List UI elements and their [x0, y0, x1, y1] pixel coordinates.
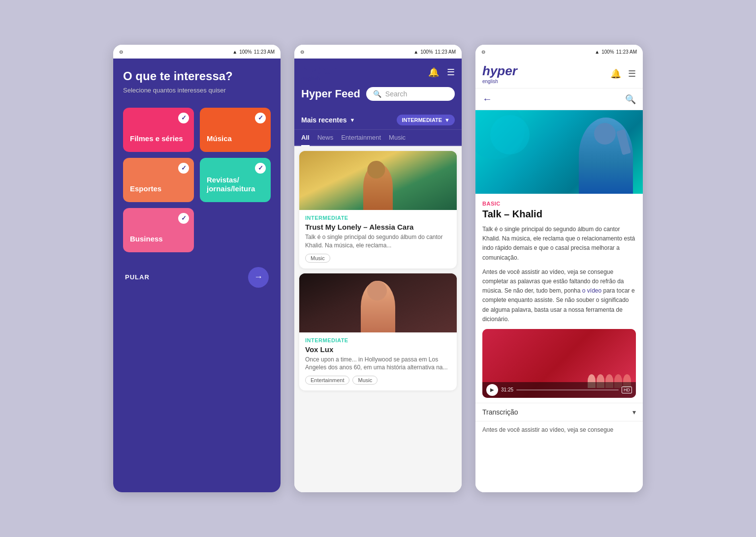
- phone3-nav: hyper english 🔔 ☰: [482, 63, 636, 84]
- nav-icons: 🔔 ☰: [428, 67, 455, 78]
- wifi-icon-2: ▲: [413, 49, 418, 55]
- logo3-hyper: hyper: [482, 63, 517, 79]
- check-icon-esportes: ✓: [178, 163, 189, 174]
- search-button-3[interactable]: 🔍: [625, 94, 636, 105]
- battery-2: 100%: [420, 49, 433, 55]
- video-hd-badge: HD: [622, 387, 632, 393]
- feed-title: Hyper Feed: [301, 88, 360, 100]
- menu-icon-3[interactable]: ☰: [628, 68, 636, 79]
- next-button[interactable]: →: [248, 267, 269, 288]
- video-duration: 31:25: [501, 387, 513, 392]
- bell-icon[interactable]: 🔔: [428, 67, 439, 78]
- interest-card-esportes[interactable]: ✓ Esportes: [123, 158, 194, 202]
- status-bar-3: ⊖ ▲ 100% 11:23 AM: [475, 45, 643, 59]
- status-right-2: ▲ 100% 11:23 AM: [413, 49, 456, 55]
- battery-3: 100%: [601, 49, 614, 55]
- level-badge-text: INTERMEDIATE: [402, 117, 442, 123]
- tabs-bar: All News Entertainment Music: [294, 130, 462, 146]
- feed-level-2: INTERMEDIATE: [305, 337, 451, 343]
- tag-music-1[interactable]: Music: [305, 254, 330, 263]
- phone2-nav: hyper english 🔔 ☰: [301, 63, 455, 81]
- tag-entertainment-2[interactable]: Entertainment: [305, 376, 349, 385]
- feed-card-desc-2: Once upon a time... in Hollywood se pass…: [305, 356, 451, 372]
- tab-music[interactable]: Music: [389, 130, 406, 145]
- phone3-article: BASIC Talk – Khalid Talk é o single prin…: [475, 194, 643, 324]
- wifi-icon-3: ▲: [595, 49, 599, 55]
- interest-grid: ✓ Filmes e séries ✓ Música ✓ Esportes ✓ …: [123, 108, 271, 202]
- bell-icon-3[interactable]: 🔔: [610, 68, 621, 79]
- article-title: Talk – Khalid: [482, 209, 636, 220]
- article-hero-image: [475, 110, 643, 194]
- feed-card-desc-1: Talk é o single principal do segundo álb…: [305, 233, 451, 250]
- status-right-1: ▲ 100% 11:23 AM: [232, 49, 275, 55]
- phone3-nav-icons: 🔔 ☰: [610, 68, 636, 79]
- filter-mais-recentes[interactable]: Mais recentes ▼: [301, 116, 355, 124]
- phone1-footer: PULAR →: [123, 267, 271, 288]
- feed-card-img-2: [299, 273, 457, 332]
- phone3-header: hyper english 🔔 ☰: [475, 59, 643, 89]
- tab-all[interactable]: All: [301, 130, 310, 146]
- feed-tags-1: Music: [305, 254, 451, 263]
- article-body-2: Antes de você assistir ao vídeo, veja se…: [482, 268, 636, 324]
- feed-card-1[interactable]: INTERMEDIATE Trust My Lonely – Alessia C…: [299, 151, 457, 268]
- article-body-bottom: Antes de você assistir ao vídeo, veja se…: [475, 421, 643, 434]
- search-placeholder-text: Search: [385, 90, 407, 98]
- interest-card-musica[interactable]: ✓ Música: [200, 108, 271, 152]
- video-progress-bar[interactable]: [516, 389, 619, 390]
- feed-card-body-1: INTERMEDIATE Trust My Lonely – Alessia C…: [299, 210, 457, 268]
- filter-label: Mais recentes: [301, 116, 347, 124]
- status-bar-1: ⊖ ▲ 100% 11:23 AM: [113, 45, 281, 59]
- video-controls: ▶ 31:25 HD: [482, 382, 636, 398]
- phone-3: ⊖ ▲ 100% 11:23 AM hyper english 🔔 ☰ ← 🔍: [475, 45, 643, 492]
- check-icon-business: ✓: [178, 213, 189, 224]
- time-3: 11:23 AM: [616, 49, 637, 55]
- menu-icon[interactable]: ☰: [447, 67, 455, 78]
- level-badge[interactable]: INTERMEDIATE ▼: [397, 115, 455, 125]
- interest-card-revistas[interactable]: ✓ Revistas/ jornais/leitura: [200, 158, 271, 202]
- feed-card-2[interactable]: INTERMEDIATE Vox Lux Once upon a time...…: [299, 273, 457, 391]
- phone2-content: INTERMEDIATE Trust My Lonely – Alessia C…: [294, 146, 462, 492]
- interest-label-filmes: Filmes e séries: [130, 134, 183, 143]
- check-icon-filmes: ✓: [178, 113, 189, 123]
- video-player[interactable]: ▶ 31:25 HD: [482, 329, 636, 398]
- phone3-logo: hyper english: [482, 63, 517, 84]
- tab-entertainment[interactable]: Entertainment: [341, 130, 381, 145]
- chevron-down-icon: ▾: [632, 408, 636, 416]
- skip-button[interactable]: PULAR: [125, 273, 150, 281]
- page-subtitle-1: Selecione quantos interesses quiser: [123, 87, 271, 94]
- transcricao-label: Transcrição: [482, 408, 518, 416]
- back-button[interactable]: ←: [482, 93, 492, 105]
- status-signal-1: ⊖: [119, 49, 123, 55]
- feed-card-title-1: Trust My Lonely – Alessia Cara: [305, 223, 451, 231]
- interest-card-filmes[interactable]: ✓ Filmes e séries: [123, 108, 194, 152]
- article-body-1: Talk é o single principal do segundo álb…: [482, 225, 636, 263]
- interest-card-business[interactable]: ✓ Business: [123, 208, 194, 252]
- search-icon: 🔍: [373, 90, 381, 98]
- battery-1: 100%: [239, 49, 252, 55]
- wifi-icon-1: ▲: [232, 49, 237, 55]
- interest-label-revistas: Revistas/ jornais/leitura: [207, 176, 264, 193]
- status-bar-2: ⊖ ▲ 100% 11:23 AM: [294, 45, 462, 59]
- transcricao-section[interactable]: Transcrição ▾: [475, 403, 643, 421]
- tab-news[interactable]: News: [317, 130, 334, 145]
- interest-label-esportes: Esportes: [130, 184, 161, 193]
- logo3-english: english: [482, 79, 517, 84]
- interest-label-musica: Música: [207, 134, 232, 143]
- video-link[interactable]: o vídeo: [582, 287, 601, 294]
- phone3-content: BASIC Talk – Khalid Talk é o single prin…: [475, 110, 643, 492]
- feed-level-1: INTERMEDIATE: [305, 215, 451, 221]
- search-box[interactable]: 🔍 Search: [366, 87, 455, 101]
- time-2: 11:23 AM: [435, 49, 456, 55]
- feed-card-img-1: [299, 151, 457, 210]
- feed-card-title-2: Vox Lux: [305, 345, 451, 354]
- filter-row: Mais recentes ▼ INTERMEDIATE ▼: [294, 111, 462, 130]
- time-1: 11:23 AM: [254, 49, 275, 55]
- play-button[interactable]: ▶: [486, 384, 498, 396]
- logo-hyper-text: hyper: [301, 63, 336, 76]
- status-right-3: ▲ 100% 11:23 AM: [595, 49, 637, 55]
- phone3-toolbar: ← 🔍: [475, 89, 643, 110]
- interest-label-business: Business: [130, 235, 163, 243]
- tag-music-2[interactable]: Music: [352, 376, 378, 385]
- article-level: BASIC: [482, 201, 636, 207]
- status-signal-3: ⊖: [481, 49, 485, 55]
